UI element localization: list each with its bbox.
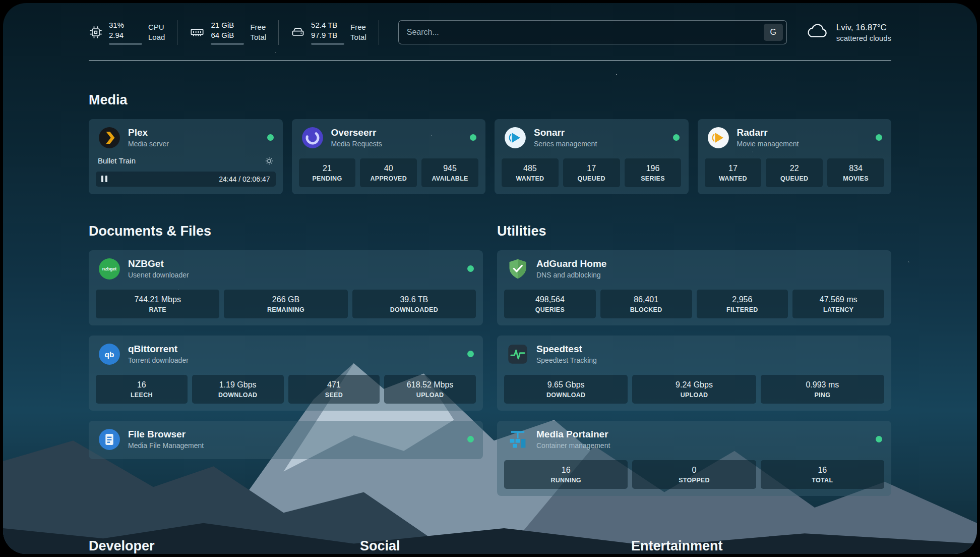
- disk-labels: Free Total: [350, 22, 366, 43]
- radarr-title: Radarr: [737, 127, 799, 138]
- overseerr-stat-approved: 40 APPROVED: [360, 158, 417, 187]
- filebrowser-subtitle: Media File Management: [128, 441, 204, 450]
- cpu-labels: CPU Load: [148, 22, 165, 43]
- speedtest-app-link[interactable]: Speedtest Speedtest Tracking: [497, 336, 891, 371]
- cpu-chip-icon: [89, 25, 103, 39]
- overseerr-title: Overseerr: [331, 127, 382, 138]
- nzbget-stat-downloaded: 39.6 TB DOWNLOADED: [352, 290, 476, 318]
- plex-title: Plex: [128, 127, 169, 138]
- radarr-subtitle: Movie management: [737, 140, 799, 148]
- overseerr-stat-available: 945 AVAILABLE: [421, 158, 478, 187]
- plex-subtitle: Media server: [128, 140, 169, 148]
- qbittorrent-stat-seed: 471 SEED: [288, 375, 380, 404]
- card-plex: Plex Media server Bullet Train: [89, 119, 283, 194]
- weather-location-temp: Lviv, 16.87°C: [836, 23, 891, 33]
- radarr-stat-queued: 22 QUEUED: [766, 158, 823, 187]
- plex-status-dot: [267, 134, 274, 141]
- svg-text:nzbget: nzbget: [102, 266, 116, 271]
- search-bar[interactable]: G: [398, 20, 787, 44]
- overseerr-app-link[interactable]: Overseerr Media Requests: [292, 119, 486, 154]
- overseerr-icon: [301, 126, 324, 149]
- nzbget-icon: nzbget: [98, 257, 121, 281]
- top-bar: 31% 2.94 CPU Load 21 GiB: [89, 3, 891, 45]
- portainer-icon: [506, 428, 529, 451]
- qbittorrent-subtitle: Torrent downloader: [128, 356, 189, 364]
- adguard-stat-filtered: 2,956 FILTERED: [697, 290, 788, 318]
- speedtest-icon: [506, 343, 529, 366]
- card-portainer: Media Portainer Container management 16 …: [497, 421, 891, 496]
- radarr-status-dot: [876, 134, 882, 141]
- nzbget-stat-rate: 744.21 Mbps RATE: [96, 290, 219, 318]
- adguard-shield-icon: [506, 257, 529, 281]
- nzbget-subtitle: Usenet downloader: [128, 271, 189, 279]
- cpu-monitor: 31% 2.94 CPU Load: [89, 20, 177, 45]
- speedtest-title: Speedtest: [536, 344, 597, 355]
- section-title-media: Media: [89, 92, 891, 108]
- section-title-social: Social: [360, 538, 620, 554]
- qbittorrent-icon: qb: [98, 343, 121, 366]
- adguard-subtitle: DNS and adblocking: [536, 271, 606, 279]
- weather-condition: scattered clouds: [836, 34, 891, 42]
- section-title-documents: Documents & Files: [89, 224, 483, 239]
- gear-icon[interactable]: [265, 156, 274, 165]
- overseerr-status-dot: [470, 134, 476, 141]
- sonarr-icon: [504, 126, 527, 149]
- nzbget-app-link[interactable]: nzbget NZBGet Usenet downloader: [89, 250, 483, 286]
- adguard-stat-queries: 498,564 QUERIES: [504, 290, 596, 318]
- header-divider: [89, 60, 891, 61]
- card-nzbget: nzbget NZBGet Usenet downloader 744.21 M…: [89, 250, 483, 325]
- disk-total-value: 97.9 TB: [311, 30, 344, 40]
- ram-monitor: 21 GiB 64 GiB Free Total: [190, 20, 279, 45]
- adguard-stat-latency: 47.569 ms LATENCY: [792, 290, 884, 318]
- cpu-percent: 31%: [109, 20, 142, 30]
- card-qbittorrent: qb qBittorrent Torrent downloader 16 LEE…: [89, 336, 483, 411]
- speedtest-stat-ping: 0.993 ms PING: [761, 375, 884, 404]
- search-input[interactable]: [407, 28, 764, 37]
- bookmarks-developer: Developer GH Github github.com SO StackO…: [89, 538, 349, 554]
- portainer-stat-total: 16 TOTAL: [761, 460, 884, 489]
- sonarr-stat-series: 196 SERIES: [625, 158, 682, 187]
- portainer-app-link[interactable]: Media Portainer Container management: [497, 421, 891, 456]
- search-provider-button[interactable]: G: [764, 24, 783, 41]
- overseerr-subtitle: Media Requests: [331, 140, 382, 148]
- portainer-stat-running: 16 RUNNING: [504, 460, 628, 489]
- sonarr-subtitle: Series management: [534, 140, 597, 148]
- portainer-stat-stopped: 0 STOPPED: [632, 460, 756, 489]
- qbittorrent-stat-leech: 16 LEECH: [96, 375, 188, 404]
- qbittorrent-app-link[interactable]: qb qBittorrent Torrent downloader: [89, 336, 483, 371]
- sonarr-app-link[interactable]: Sonarr Series management: [495, 119, 689, 154]
- adguard-app-link[interactable]: AdGuard Home DNS and adblocking: [497, 250, 891, 286]
- card-speedtest: Speedtest Speedtest Tracking 9.65 Gbps D…: [497, 336, 891, 411]
- filebrowser-app-link[interactable]: File Browser Media File Management: [89, 421, 483, 456]
- dashboard-window: 31% 2.94 CPU Load 21 GiB: [3, 3, 977, 554]
- ram-values: 21 GiB 64 GiB: [211, 20, 244, 45]
- bookmarks-entertainment: Entertainment YT YouTube youtube.com NF …: [631, 538, 891, 554]
- disk-free-value: 52.4 TB: [311, 20, 344, 30]
- card-sonarr: Sonarr Series management 485 WANTED 17 Q…: [495, 119, 689, 194]
- plex-progress-track[interactable]: [113, 176, 213, 182]
- card-adguard: AdGuard Home DNS and adblocking 498,564 …: [497, 250, 891, 325]
- qbittorrent-stat-upload: 618.52 Mbps UPLOAD: [384, 375, 476, 404]
- svg-text:qb: qb: [105, 350, 114, 358]
- radarr-stat-wanted: 17 WANTED: [705, 158, 762, 187]
- weather-widget: Lviv, 16.87°C scattered clouds: [805, 23, 891, 42]
- disk-values: 52.4 TB 97.9 TB: [311, 20, 344, 45]
- disk-usage-bar: [311, 43, 344, 45]
- plex-playback-time: 24:44 / 02:06:47: [219, 175, 270, 183]
- radarr-app-link[interactable]: Radarr Movie management: [698, 119, 892, 154]
- nzbget-status-dot: [467, 265, 474, 272]
- filebrowser-status-dot: [467, 436, 474, 442]
- sonarr-status-dot: [673, 134, 680, 141]
- disk-icon: [291, 25, 305, 39]
- portainer-subtitle: Container management: [536, 441, 610, 450]
- adguard-stat-blocked: 86,401 BLOCKED: [600, 290, 692, 318]
- section-documents: Documents & Files nzbget NZBGet Usenet d: [89, 224, 483, 459]
- section-media: Media Plex Media server: [89, 92, 891, 194]
- pause-icon[interactable]: [101, 176, 107, 182]
- ram-icon: [190, 25, 205, 39]
- plex-app-link[interactable]: Plex Media server: [89, 119, 283, 154]
- filebrowser-icon: [98, 428, 121, 451]
- adguard-title: AdGuard Home: [536, 258, 606, 269]
- nzbget-title: NZBGet: [128, 258, 189, 269]
- speedtest-stat-download: 9.65 Gbps DOWNLOAD: [504, 375, 628, 404]
